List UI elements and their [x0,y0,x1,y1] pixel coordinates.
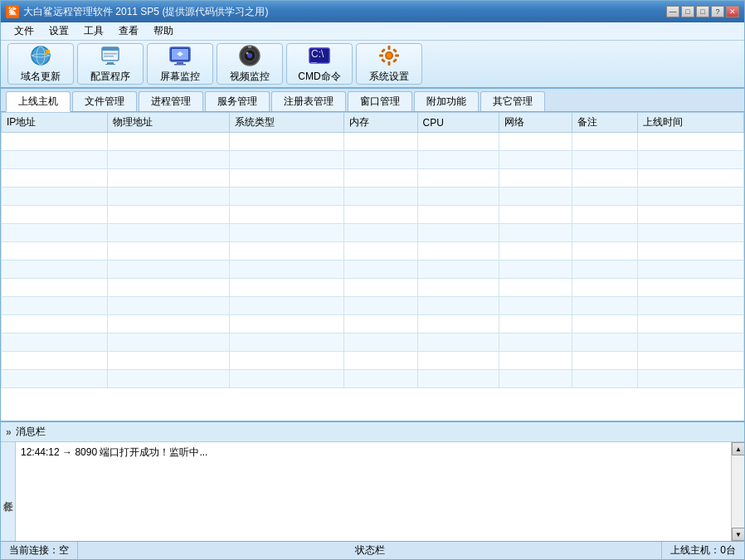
svg-rect-3 [102,47,119,51]
cmd-command-label: CMD命令 [298,70,340,84]
status-connection: 当前连接：空 [1,542,78,559]
config-program-button[interactable]: 配置程序 [77,43,144,85]
log-expand-icon: » [6,426,12,438]
app-icon: 鲨 [6,5,19,18]
help-button[interactable]: ? [711,6,724,17]
svg-rect-29 [392,58,397,63]
svg-rect-24 [379,55,383,57]
menu-bar: 文件 设置 工具 查看 帮助 [1,22,744,41]
window-title: 大白鲨远程管理软件 2011 SP5 (提供源代码供学习之用) [23,5,268,19]
menu-file[interactable]: 文件 [7,22,41,40]
table-row [2,224,744,242]
svg-rect-27 [392,48,397,53]
log-sidebar: 任务栏 [1,442,16,541]
status-bar: 当前连接：空 状态栏 上线主机：0台 [1,541,744,559]
table-row [2,242,744,261]
svg-rect-23 [388,61,391,66]
table-row [2,187,744,206]
table-row [2,206,744,224]
video-monitor-icon [238,44,261,67]
table-row [2,261,744,279]
tab-other-manage[interactable]: 其它管理 [480,91,545,111]
table-row [2,334,744,352]
system-settings-label: 系统设置 [369,70,409,84]
col-cpu: CPU [417,113,499,133]
scroll-track [732,455,744,528]
col-note: 备注 [572,113,638,133]
title-bar-left: 鲨 大白鲨远程管理软件 2011 SP5 (提供源代码供学习之用) [6,5,268,19]
svg-rect-22 [388,46,391,50]
menu-help[interactable]: 帮助 [147,22,180,40]
tab-registry-manage[interactable]: 注册表管理 [271,91,346,111]
table-row [2,370,744,388]
title-bar: 鲨 大白鲨远程管理软件 2011 SP5 (提供源代码供学习之用) — □ □ … [1,1,744,22]
tab-service-manage[interactable]: 服务管理 [205,91,270,111]
tab-file-manage[interactable]: 文件管理 [72,91,137,111]
maximize-button[interactable]: □ [696,6,709,17]
table-row [2,133,744,151]
table-row [2,297,744,315]
tab-extra-features[interactable]: 附加功能 [414,91,479,111]
col-online-time: 上线时间 [638,113,744,133]
restore-button[interactable]: □ [681,6,694,17]
toolbar: 域名更新 配置程序 [1,41,744,89]
svg-rect-4 [104,53,117,55]
main-window: 鲨 大白鲨远程管理软件 2011 SP5 (提供源代码供学习之用) — □ □ … [0,0,745,560]
screen-monitor-icon [168,44,192,67]
close-button[interactable]: ✕ [726,6,739,17]
domain-update-label: 域名更新 [21,70,61,84]
svg-rect-25 [395,55,399,57]
title-bar-buttons: — □ □ ? ✕ [666,6,739,17]
system-settings-icon [377,44,401,67]
minimize-button[interactable]: — [666,6,679,17]
menu-view[interactable]: 查看 [112,22,145,40]
config-program-icon [99,44,122,67]
svg-point-21 [387,53,392,58]
table-row [2,279,744,297]
tab-online-host[interactable]: 上线主机 [6,91,71,112]
log-message: 12:44:12 → 8090 端口打开成功！监听中... [21,446,726,460]
col-os: 系统类型 [230,113,344,133]
tab-bar: 上线主机 文件管理 进程管理 服务管理 注册表管理 窗口管理 附加功能 其它管理 [1,89,744,112]
log-content[interactable]: 12:44:12 → 8090 端口打开成功！监听中... [16,442,731,541]
log-scrollbar: ▲ ▼ [731,442,744,541]
config-program-label: 配置程序 [90,70,130,84]
status-text: 状态栏 [78,542,662,559]
video-monitor-label: 视频监控 [230,70,270,84]
menu-settings[interactable]: 设置 [42,22,75,40]
main-content: IP地址 物理地址 系统类型 内存 CPU 网络 备注 上线时间 [1,112,744,421]
system-settings-button[interactable]: 系统设置 [356,43,422,85]
cmd-command-button[interactable]: C:\ _ CMD命令 [286,43,353,85]
svg-rect-16 [248,46,251,48]
scroll-up-button[interactable]: ▲ [732,442,744,455]
col-ram: 内存 [344,113,418,133]
svg-rect-6 [107,62,114,64]
col-mac: 物理地址 [107,113,230,133]
host-table: IP地址 物理地址 系统类型 内存 CPU 网络 备注 上线时间 [1,112,744,388]
col-network: 网络 [499,113,572,133]
tab-process-manage[interactable]: 进程管理 [139,91,203,111]
video-monitor-button[interactable]: 视频监控 [217,43,283,85]
table-row [2,151,744,169]
table-container: IP地址 物理地址 系统类型 内存 CPU 网络 备注 上线时间 [1,112,744,421]
col-ip: IP地址 [2,113,108,133]
svg-point-0 [32,46,50,65]
domain-update-button[interactable]: 域名更新 [7,43,74,85]
tab-window-manage[interactable]: 窗口管理 [348,91,412,111]
svg-rect-28 [381,58,386,63]
table-row [2,169,744,187]
table-row [2,352,744,370]
svg-rect-7 [105,64,115,65]
svg-rect-11 [174,64,186,66]
svg-rect-26 [381,48,386,53]
cmd-command-icon: C:\ _ [308,44,331,67]
status-online-count: 上线主机：0台 [662,542,744,559]
svg-rect-10 [177,62,183,64]
screen-monitor-button[interactable]: 屏幕监控 [147,43,213,85]
svg-point-15 [246,52,249,55]
log-body-wrapper: 任务栏 12:44:12 → 8090 端口打开成功！监听中... ▲ ▼ [1,442,744,541]
menu-tools[interactable]: 工具 [77,22,110,40]
table-row [2,315,744,334]
log-header-title: 消息栏 [16,425,46,439]
scroll-down-button[interactable]: ▼ [732,528,744,541]
